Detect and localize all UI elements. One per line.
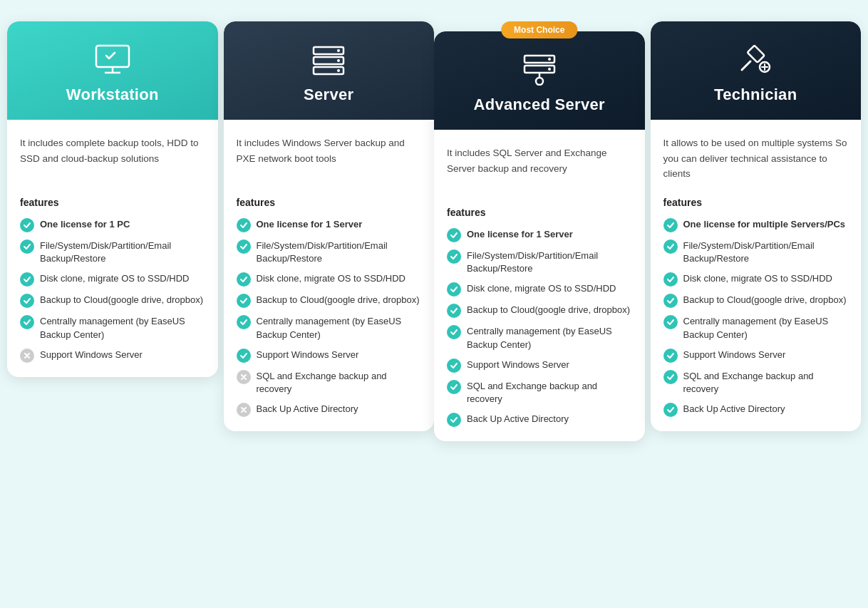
feature-item: File/System/Disk/Partition/Email Backup/… — [663, 239, 849, 265]
pricing-container: WorkstationIt includes complete backup t… — [7, 21, 861, 441]
feature-item: Disk clone, migrate OS to SSD/HDD — [20, 272, 205, 287]
plan-title-technician: Technician — [665, 86, 847, 104]
feature-text: Disk clone, migrate OS to SSD/HDD — [257, 272, 406, 285]
feature-text: File/System/Disk/Partition/Email Backup/… — [683, 239, 849, 265]
features-label-server: features — [237, 197, 422, 208]
check-icon — [20, 294, 34, 308]
plan-description-technician: It allows to be used on multiple systems… — [663, 135, 849, 185]
feature-item: One license for 1 Server — [237, 218, 422, 232]
feature-text: SQL and Exchange backup and recovery — [683, 370, 849, 396]
check-icon — [20, 272, 34, 287]
feature-text: One license for 1 Server — [467, 228, 573, 241]
monitor-icon — [91, 41, 134, 77]
plan-description-advanced-server: It includes SQL Server and Exchange Serv… — [447, 145, 632, 195]
feature-item: SQL and Exchange backup and recovery — [237, 370, 422, 396]
feature-text: Support Windows Server — [683, 349, 786, 361]
feature-text: Backup to Cloud(google drive, dropbox) — [467, 304, 630, 316]
feature-list-server: One license for 1 Server File/System/Dis… — [237, 218, 422, 417]
cross-icon — [20, 349, 34, 363]
feature-item: Centrally management (by EaseUS Backup C… — [663, 315, 849, 341]
check-icon — [237, 272, 251, 287]
plan-card-server: ServerIt includes Windows Server backup … — [224, 21, 435, 431]
feature-item: Support Windows Server — [237, 349, 422, 363]
check-icon — [447, 325, 461, 339]
check-icon — [237, 239, 251, 254]
feature-text: File/System/Disk/Partition/Email Backup/… — [257, 239, 422, 265]
feature-list-advanced-server: One license for 1 Server File/System/Dis… — [447, 228, 632, 427]
feature-item: Support Windows Server — [663, 349, 849, 363]
feature-item: Backup to Cloud(google drive, dropbox) — [447, 304, 632, 318]
feature-text: Centrally management (by EaseUS Backup C… — [257, 315, 422, 341]
feature-item: Back Up Active Directory — [663, 403, 849, 417]
check-icon — [663, 370, 678, 384]
check-icon — [447, 249, 461, 264]
feature-text: Back Up Active Directory — [257, 403, 358, 416]
check-icon — [447, 282, 461, 297]
feature-text: Support Windows Server — [467, 359, 569, 371]
svg-point-11 — [536, 78, 543, 85]
plan-title-workstation: Workstation — [21, 86, 204, 104]
check-icon — [447, 359, 461, 373]
plan-card-advanced-server: Advanced ServerIt includes SQL Server an… — [434, 31, 645, 441]
feature-text: One license for 1 PC — [40, 218, 130, 231]
feature-item: One license for 1 Server — [447, 228, 632, 242]
feature-text: Support Windows Server — [257, 349, 359, 361]
check-icon — [663, 272, 678, 287]
plan-description-workstation: It includes complete backup tools, HDD t… — [20, 135, 205, 185]
check-icon — [237, 218, 251, 232]
feature-text: Centrally management (by EaseUS Backup C… — [40, 315, 205, 341]
plan-body-advanced-server: It includes SQL Server and Exchange Serv… — [434, 130, 645, 441]
svg-point-13 — [548, 58, 551, 61]
cross-icon — [237, 370, 251, 384]
feature-item: Backup to Cloud(google drive, dropbox) — [237, 294, 422, 308]
svg-point-8 — [337, 69, 340, 72]
check-icon — [663, 294, 678, 308]
feature-text: Backup to Cloud(google drive, dropbox) — [683, 294, 847, 306]
most-choice-badge: Most Choice — [501, 21, 577, 38]
feature-item: Disk clone, migrate OS to SSD/HDD — [663, 272, 849, 287]
feature-item: Centrally management (by EaseUS Backup C… — [20, 315, 205, 341]
plan-header-server: Server — [224, 21, 435, 120]
check-icon — [237, 294, 251, 308]
plan-body-server: It includes Windows Server backup and PX… — [224, 120, 435, 431]
check-icon — [447, 228, 461, 242]
feature-item: Backup to Cloud(google drive, dropbox) — [20, 294, 205, 308]
feature-text: File/System/Disk/Partition/Email Backup/… — [467, 249, 632, 275]
check-icon — [663, 315, 678, 329]
feature-text: Disk clone, migrate OS to SSD/HDD — [40, 272, 190, 285]
feature-list-workstation: One license for 1 PC File/System/Disk/Pa… — [20, 218, 205, 363]
plan-header-workstation: Workstation — [7, 21, 218, 120]
plan-card-technician: TechnicianIt allows to be used on multip… — [651, 21, 862, 431]
plan-body-technician: It allows to be used on multiple systems… — [651, 120, 862, 431]
feature-text: Support Windows Server — [40, 349, 143, 361]
feature-item: Centrally management (by EaseUS Backup C… — [237, 315, 422, 341]
cross-icon — [237, 403, 251, 417]
feature-text: Back Up Active Directory — [467, 413, 569, 426]
check-icon — [447, 413, 461, 427]
feature-item: Centrally management (by EaseUS Backup C… — [447, 325, 632, 351]
plan-wrapper-advanced-server: Most Choice Advanced ServerIt includes S… — [434, 31, 645, 441]
feature-text: Backup to Cloud(google drive, dropbox) — [257, 294, 420, 306]
feature-text: SQL and Exchange backup and recovery — [467, 380, 632, 406]
plan-title-advanced-server: Advanced Server — [448, 96, 631, 114]
features-label-technician: features — [663, 197, 849, 208]
feature-item: Back Up Active Directory — [447, 413, 632, 427]
feature-item: Backup to Cloud(google drive, dropbox) — [663, 294, 849, 308]
feature-item: File/System/Disk/Partition/Email Backup/… — [237, 239, 422, 265]
feature-text: Back Up Active Directory — [683, 403, 785, 416]
feature-text: Centrally management (by EaseUS Backup C… — [467, 325, 632, 351]
feature-text: Centrally management (by EaseUS Backup C… — [683, 315, 849, 341]
plan-header-advanced-server: Advanced Server — [434, 31, 645, 130]
feature-text: SQL and Exchange backup and recovery — [257, 370, 422, 396]
check-icon — [447, 380, 461, 394]
feature-text: One license for multiple Servers/PCs — [683, 218, 846, 231]
svg-point-7 — [337, 59, 340, 62]
feature-item: File/System/Disk/Partition/Email Backup/… — [447, 249, 632, 275]
features-label-advanced-server: features — [447, 207, 632, 218]
plan-body-workstation: It includes complete backup tools, HDD t… — [7, 120, 218, 377]
feature-item: Back Up Active Directory — [237, 403, 422, 417]
check-icon — [237, 349, 251, 363]
advanced-server-icon — [518, 51, 561, 87]
server-icon — [307, 41, 350, 77]
svg-point-6 — [337, 49, 340, 52]
